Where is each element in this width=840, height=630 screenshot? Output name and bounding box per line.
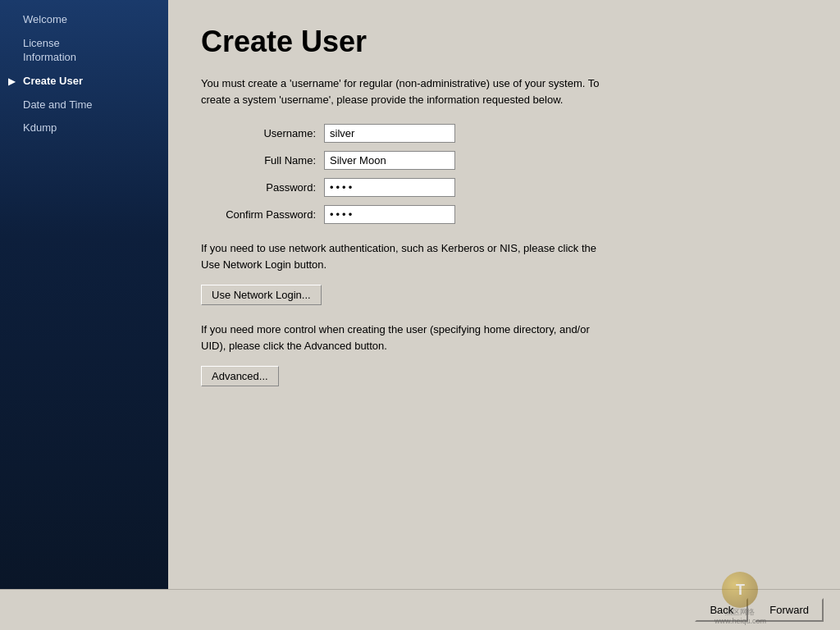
- sidebar-item-label: Welcome: [23, 13, 67, 25]
- sidebar-item-create-user[interactable]: Create User: [0, 70, 168, 94]
- watermark-icon: T: [736, 582, 745, 599]
- fullname-label: Full Name:: [201, 154, 324, 167]
- username-row: Username:: [201, 124, 807, 143]
- network-auth-description: If you need to use network authenticatio…: [201, 240, 603, 272]
- username-input[interactable]: [324, 124, 455, 143]
- password-label: Password:: [201, 181, 324, 194]
- confirm-password-row: Confirm Password:: [201, 205, 807, 224]
- username-label: Username:: [201, 127, 324, 139]
- sidebar: Welcome LicenseInformation Create User D…: [0, 0, 168, 589]
- description-text: You must create a 'username' for regular…: [201, 75, 611, 107]
- page-title: Create User: [201, 25, 807, 59]
- sidebar-item-label: Date and Time: [23, 98, 93, 111]
- sidebar-item-label: Create User: [23, 75, 83, 87]
- sidebar-item-label: LicenseInformation: [23, 37, 76, 63]
- fullname-input[interactable]: [324, 151, 455, 170]
- use-network-login-button[interactable]: Use Network Login...: [201, 285, 322, 305]
- confirm-password-input[interactable]: [324, 205, 455, 224]
- bottom-bar: T 黑区网络www.heiqu.com Back Forward: [0, 589, 840, 630]
- content-area: Create User You must create a 'username'…: [168, 0, 840, 589]
- watermark-circle: T: [722, 572, 758, 608]
- password-input[interactable]: [324, 178, 455, 197]
- watermark-text: 黑区网络www.heiqu.com: [714, 608, 766, 626]
- watermark: T 黑区网络www.heiqu.com: [714, 572, 766, 626]
- sidebar-item-label: Kdump: [23, 121, 57, 134]
- advanced-description: If you need more control when creating t…: [201, 322, 603, 354]
- advanced-button[interactable]: Advanced...: [201, 366, 279, 386]
- fullname-row: Full Name:: [201, 151, 807, 170]
- sidebar-item-welcome[interactable]: Welcome: [0, 8, 168, 32]
- confirm-password-label: Confirm Password:: [201, 208, 324, 221]
- sidebar-item-date-and-time[interactable]: Date and Time: [0, 94, 168, 117]
- password-row: Password:: [201, 178, 807, 197]
- sidebar-item-license-information[interactable]: LicenseInformation: [0, 32, 168, 70]
- sidebar-item-kdump[interactable]: Kdump: [0, 116, 168, 140]
